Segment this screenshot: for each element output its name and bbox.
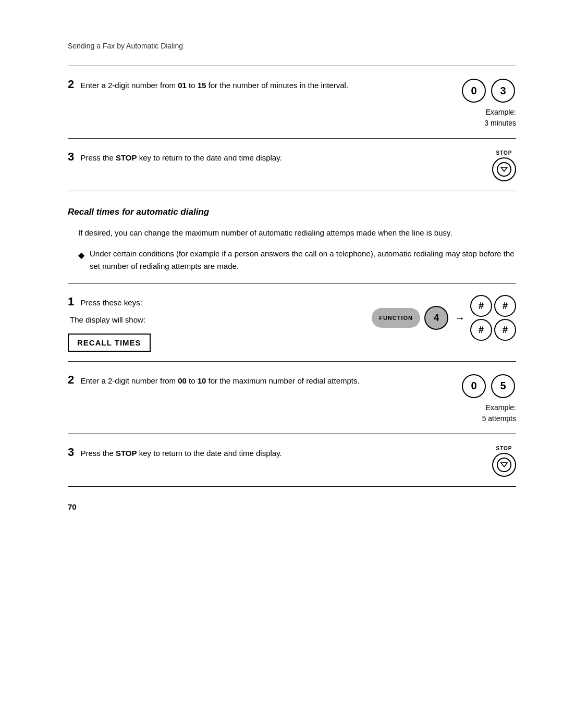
step-2-number: 2 bbox=[68, 78, 74, 91]
recall-step-2-keys-area: 0 5 Example: 5 attempts bbox=[412, 373, 516, 424]
key-3-circle: 3 bbox=[491, 79, 515, 103]
step-3-text-area: 3 Press the STOP key to return to the da… bbox=[68, 150, 412, 164]
function-label: FUNCTION bbox=[379, 315, 413, 321]
hash-key-grid: # # # # bbox=[470, 295, 516, 341]
recall-step-2-number: 2 bbox=[68, 373, 74, 386]
recall-step-1-text-area: 1 Press these keys: The display will sho… bbox=[68, 295, 372, 352]
key-0-circle-2: 0 bbox=[462, 374, 486, 398]
bold-00: 00 bbox=[178, 376, 187, 385]
recall-step-2: 2 Enter a 2-digit number from 00 to 10 f… bbox=[68, 362, 516, 434]
recall-step-1-number: 1 bbox=[68, 295, 74, 308]
arrow-icon: → bbox=[455, 312, 465, 324]
recall-step-3: 3 Press the STOP key to return to the da… bbox=[68, 434, 516, 487]
recall-step-3-number: 3 bbox=[68, 446, 74, 459]
example-5attempts: Example: 5 attempts bbox=[482, 402, 516, 424]
stop-circle-1 bbox=[492, 157, 516, 181]
stop-key-2: STOP bbox=[492, 446, 516, 477]
stop-inner-1 bbox=[497, 162, 511, 177]
step-3-stop-key-area: STOP bbox=[412, 150, 516, 181]
recall-heading: Recall times for automatic dialing bbox=[68, 207, 516, 217]
stop-icon-2 bbox=[500, 461, 508, 469]
recall-body: If desired, you can change the maximum n… bbox=[68, 227, 516, 239]
svg-marker-0 bbox=[501, 167, 507, 171]
stop-label-1: STOP bbox=[496, 150, 512, 156]
step-2-interval: 2 Enter a 2-digit number from 01 to 15 f… bbox=[68, 66, 516, 139]
recall-step-1-keys-area: FUNCTION 4 → # # # # bbox=[372, 295, 516, 341]
function-key: FUNCTION bbox=[372, 308, 420, 328]
step-2-keys-area: 0 3 Example: 3 minutes bbox=[412, 78, 516, 129]
bold-01: 01 bbox=[178, 81, 187, 90]
hash-key-1: # bbox=[470, 295, 492, 317]
recall-bullet: ◆ Under certain conditions (for example … bbox=[68, 248, 516, 273]
step-3-stop: 3 Press the STOP key to return to the da… bbox=[68, 139, 516, 191]
recall-step-1: 1 Press these keys: The display will sho… bbox=[68, 283, 516, 362]
recall-step-1-text: Press these keys: bbox=[80, 298, 142, 307]
bold-15: 15 bbox=[198, 81, 206, 90]
function-key-group: FUNCTION 4 → # # # # bbox=[372, 295, 516, 341]
bold-stop-2: STOP bbox=[116, 449, 137, 458]
stop-inner-2 bbox=[497, 458, 511, 472]
recall-step-3-stop-area: STOP bbox=[412, 446, 516, 477]
recall-step-3-text: Press the STOP key to return to the date… bbox=[80, 449, 282, 458]
bold-10: 10 bbox=[198, 376, 206, 385]
keys-0-3: 0 3 bbox=[461, 78, 516, 104]
recall-step-3-text-area: 3 Press the STOP key to return to the da… bbox=[68, 446, 412, 460]
breadcrumb: Sending a Fax by Automatic Dialing bbox=[68, 42, 516, 50]
recall-times-display: RECALL TIMES bbox=[68, 334, 151, 352]
keys-0-5: 0 5 bbox=[461, 373, 516, 399]
key-0-circle: 0 bbox=[462, 79, 486, 103]
recall-bullet-text: Under certain conditions (for example if… bbox=[90, 248, 516, 273]
page-number: 70 bbox=[68, 502, 516, 511]
hash-key-2: # bbox=[494, 295, 516, 317]
svg-marker-1 bbox=[501, 463, 507, 467]
step-2-text-area: 2 Enter a 2-digit number from 01 to 15 f… bbox=[68, 78, 412, 92]
hash-key-4: # bbox=[494, 319, 516, 341]
hash-key-3: # bbox=[470, 319, 492, 341]
step-2-text: Enter a 2-digit number from 01 to 15 for… bbox=[80, 81, 348, 90]
stop-icon bbox=[500, 165, 508, 174]
bold-stop-1: STOP bbox=[116, 153, 137, 162]
number-key-4: 4 bbox=[424, 306, 448, 330]
recall-step-2-text-area: 2 Enter a 2-digit number from 00 to 10 f… bbox=[68, 373, 412, 387]
step-3-text: Press the STOP key to return to the date… bbox=[80, 153, 282, 162]
recall-step-2-text: Enter a 2-digit number from 00 to 10 for… bbox=[80, 376, 359, 385]
stop-label-2: STOP bbox=[496, 446, 512, 451]
display-label: The display will show: bbox=[68, 315, 356, 324]
example-3min: Example: 3 minutes bbox=[484, 107, 516, 129]
bullet-diamond-icon: ◆ bbox=[78, 249, 84, 262]
key-5-circle: 5 bbox=[491, 374, 515, 398]
stop-circle-2 bbox=[492, 453, 516, 477]
stop-key-1: STOP bbox=[492, 150, 516, 181]
step-3-number: 3 bbox=[68, 150, 74, 163]
